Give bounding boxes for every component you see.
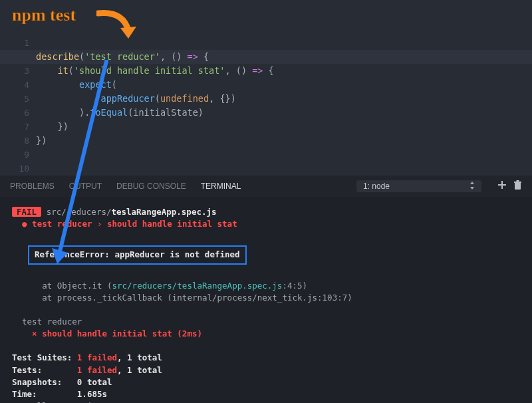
fail-file: teslaRangeApp.spec.js xyxy=(111,207,216,217)
sum-suites-failed: 1 failed xyxy=(77,352,117,362)
suite-fail-line: test reducer › should handle initial sta… xyxy=(27,219,237,229)
line-number: 10 xyxy=(0,162,29,176)
sum-snapshots: Snapshots: 0 total xyxy=(12,377,112,387)
code-area[interactable]: describe('test reducer', () => { it('sho… xyxy=(36,36,532,176)
error-highlight-box: ReferenceError: appReducer is not define… xyxy=(28,245,247,264)
terminal-select-value: 1: node xyxy=(363,182,390,191)
fail-path: src/reducers/ xyxy=(41,207,111,217)
tab-terminal[interactable]: TERMINAL xyxy=(201,182,241,191)
sum-time: Time: 1.685s xyxy=(12,389,107,399)
line-number: 7 xyxy=(0,120,29,134)
chevron-updown-icon xyxy=(469,182,475,191)
code-line[interactable]: }) xyxy=(36,134,532,148)
sum-tests-rest: , 1 total xyxy=(117,365,162,375)
stack1-loc: src/reducers/teslaRangeApp.spec.js xyxy=(112,281,283,291)
stack1-post: :4:5) xyxy=(282,281,307,291)
terminal-output[interactable]: FAIL src/reducers/teslaRangeApp.spec.js … xyxy=(0,197,532,403)
code-line[interactable]: }) xyxy=(36,120,532,134)
tab-debug-console[interactable]: DEBUG CONSOLE xyxy=(116,182,186,191)
code-line[interactable]: appReducer(undefined, {}) xyxy=(36,92,532,106)
suite-failed-item: × should handle initial stat (2ms) xyxy=(12,329,202,338)
code-line[interactable]: it('should handle initial stat', () => { xyxy=(36,64,532,78)
code-line[interactable] xyxy=(36,162,532,176)
code-line[interactable]: describe('test reducer', () => { xyxy=(0,50,532,64)
annotation-npm-test: npm test xyxy=(12,5,76,25)
line-number: 9 xyxy=(0,148,29,162)
suite-header: test reducer xyxy=(12,317,82,327)
sum-suites-label: Test Suites: xyxy=(12,352,77,362)
line-number: 1 xyxy=(0,36,29,50)
code-line[interactable]: ).toEqual(initialState) xyxy=(36,106,532,120)
code-line[interactable]: expect( xyxy=(36,78,532,92)
code-line[interactable] xyxy=(36,36,532,50)
code-line[interactable] xyxy=(36,148,532,162)
error-message: ReferenceError: appReducer is not define… xyxy=(35,249,240,259)
line-number: 6 xyxy=(0,106,29,120)
sum-tests-label: Tests: xyxy=(12,365,77,375)
line-number: 5 xyxy=(0,92,29,106)
sum-tests-failed: 1 failed xyxy=(77,365,117,375)
stack1-pre: at Object.it ( xyxy=(12,281,112,291)
bullet-icon: ● xyxy=(22,219,27,229)
line-number: 3 xyxy=(0,64,29,78)
stack-line-2: at process._tickCallback (internal/proce… xyxy=(12,293,352,303)
new-terminal-button[interactable] xyxy=(497,180,507,192)
sum-suites-rest: , 1 total xyxy=(117,352,162,362)
line-number: 8 xyxy=(0,134,29,148)
kill-terminal-button[interactable] xyxy=(513,180,522,192)
tab-problems[interactable]: PROBLEMS xyxy=(10,182,55,191)
tab-output[interactable]: OUTPUT xyxy=(69,182,102,191)
terminal-select[interactable]: 1: node xyxy=(356,180,481,192)
line-number: 4 xyxy=(0,78,29,92)
fail-badge: FAIL xyxy=(12,207,41,217)
annotation-label: npm test xyxy=(12,5,76,25)
code-editor[interactable]: 12345678910 describe('test reducer', () … xyxy=(0,0,532,176)
panel-tab-bar: PROBLEMS OUTPUT DEBUG CONSOLE TERMINAL 1… xyxy=(0,176,532,197)
